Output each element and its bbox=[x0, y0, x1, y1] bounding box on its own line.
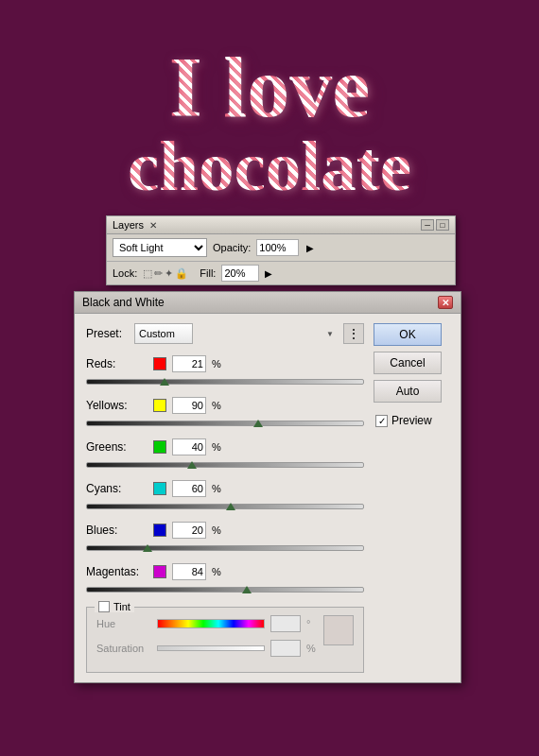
greens-header: Greens: % bbox=[86, 438, 364, 455]
layers-titlebar: Layers ✕ ─ □ bbox=[107, 216, 455, 234]
blues-track-container[interactable] bbox=[86, 541, 364, 556]
saturation-label: Saturation bbox=[96, 643, 151, 654]
reds-value-input[interactable] bbox=[172, 355, 206, 372]
tint-color-swatch[interactable] bbox=[323, 615, 354, 645]
yellows-track-container[interactable] bbox=[86, 416, 364, 431]
cyans-thumb[interactable] bbox=[226, 503, 235, 510]
reds-track bbox=[86, 379, 364, 385]
auto-button[interactable]: Auto bbox=[374, 380, 442, 403]
yellows-value-input[interactable] bbox=[172, 397, 206, 414]
tint-checkbox[interactable] bbox=[98, 601, 110, 612]
candy-text-line1: I love bbox=[169, 45, 370, 130]
yellows-track bbox=[86, 421, 364, 426]
bw-titlebar: Black and White ✕ bbox=[75, 292, 461, 314]
yellows-pct: % bbox=[212, 400, 221, 411]
saturation-unit: % bbox=[306, 643, 316, 654]
candy-text-line2: chocolate bbox=[128, 130, 411, 201]
reds-pct: % bbox=[212, 358, 221, 369]
reds-thumb[interactable] bbox=[160, 378, 169, 386]
layers-expand-btn[interactable]: ▶ bbox=[306, 243, 314, 253]
lock-checker-icon[interactable]: ⬚ bbox=[143, 267, 152, 280]
layers-panel-title: Layers bbox=[113, 219, 144, 231]
layers-blend-mode-row: Soft Light Opacity: ▶ bbox=[107, 234, 455, 262]
greens-pct: % bbox=[212, 441, 221, 453]
preset-select-wrapper: Custom bbox=[134, 323, 338, 344]
layers-fill-expand-btn[interactable]: ▶ bbox=[265, 268, 272, 279]
blues-header: Blues: % bbox=[86, 522, 364, 539]
blues-pct: % bbox=[212, 524, 221, 536]
saturation-row: Saturation % bbox=[96, 640, 316, 657]
tint-legend: Tint bbox=[95, 601, 134, 612]
magentas-pct: % bbox=[212, 566, 221, 577]
greens-thumb[interactable] bbox=[187, 461, 197, 469]
yellows-label: Yellows: bbox=[86, 399, 148, 412]
layers-opacity-input[interactable] bbox=[256, 239, 299, 256]
saturation-value-input[interactable] bbox=[270, 640, 301, 657]
hue-unit: ° bbox=[306, 618, 316, 629]
bw-close-btn[interactable]: ✕ bbox=[438, 296, 453, 309]
blues-thumb[interactable] bbox=[143, 544, 152, 552]
magentas-thumb[interactable] bbox=[242, 586, 252, 593]
layers-fill-input[interactable] bbox=[221, 265, 259, 282]
magentas-track-container[interactable] bbox=[86, 582, 364, 597]
preview-label: Preview bbox=[391, 414, 432, 427]
greens-swatch bbox=[153, 440, 166, 454]
magentas-swatch bbox=[153, 565, 166, 578]
hue-value-input[interactable] bbox=[270, 615, 301, 632]
bw-dialog: Black and White ✕ Preset: Custom ⋮ Reds: bbox=[74, 291, 461, 683]
bw-content: Preset: Custom ⋮ Reds: % bbox=[75, 314, 461, 682]
cyans-track-container[interactable] bbox=[86, 499, 364, 514]
cancel-button[interactable]: Cancel bbox=[374, 352, 442, 374]
greens-track bbox=[86, 462, 364, 468]
cyans-value-input[interactable] bbox=[172, 480, 206, 497]
layers-minimize-btn[interactable]: ─ bbox=[421, 219, 434, 231]
saturation-slider-track[interactable] bbox=[157, 645, 265, 651]
magentas-track bbox=[86, 587, 364, 593]
magentas-value-input[interactable] bbox=[172, 563, 206, 580]
magentas-slider-row: Magentas: % bbox=[86, 563, 364, 597]
yellows-header: Yellows: % bbox=[86, 397, 364, 414]
greens-label: Greens: bbox=[86, 440, 148, 454]
bw-main-area: Preset: Custom ⋮ Reds: % bbox=[86, 323, 364, 673]
greens-slider-row: Greens: % bbox=[86, 438, 364, 472]
bw-sidebar: OK Cancel Auto ✓ Preview bbox=[374, 323, 449, 673]
reds-swatch bbox=[153, 357, 166, 370]
layers-opacity-label: Opacity: bbox=[213, 242, 251, 253]
lock-all-icon[interactable]: 🔒 bbox=[175, 267, 188, 280]
preset-select[interactable]: Custom bbox=[134, 323, 193, 344]
layers-lock-label: Lock: bbox=[113, 267, 137, 279]
yellows-slider-row: Yellows: % bbox=[86, 397, 364, 431]
yellows-swatch bbox=[153, 399, 166, 412]
preset-options-btn[interactable]: ⋮ bbox=[343, 323, 364, 344]
hue-slider-track[interactable] bbox=[157, 619, 265, 628]
tint-sliders: Hue ° Saturation % bbox=[96, 615, 316, 664]
layers-close-x[interactable]: ✕ bbox=[149, 220, 157, 231]
magentas-label: Magentas: bbox=[86, 565, 148, 578]
greens-track-container[interactable] bbox=[86, 457, 364, 472]
reds-label: Reds: bbox=[86, 357, 148, 370]
layers-maximize-btn[interactable]: □ bbox=[436, 219, 449, 231]
lock-move-icon[interactable]: ✦ bbox=[165, 267, 173, 280]
yellows-thumb[interactable] bbox=[253, 420, 263, 427]
blues-label: Blues: bbox=[86, 524, 148, 537]
layers-window-controls: ─ □ bbox=[421, 219, 449, 231]
ok-button[interactable]: OK bbox=[374, 323, 442, 346]
greens-value-input[interactable] bbox=[172, 438, 206, 455]
tint-label: Tint bbox=[113, 601, 130, 612]
preset-label: Preset: bbox=[86, 327, 129, 340]
cyans-header: Cyans: % bbox=[86, 480, 364, 497]
reds-track-container[interactable] bbox=[86, 374, 364, 389]
cyans-label: Cyans: bbox=[86, 482, 148, 495]
tint-section: Tint Hue ° Saturation bbox=[86, 607, 364, 673]
blues-value-input[interactable] bbox=[172, 522, 206, 539]
layers-blend-mode-select[interactable]: Soft Light bbox=[113, 238, 207, 257]
bw-dialog-title: Black and White bbox=[82, 296, 165, 309]
reds-slider-row: Reds: % bbox=[86, 355, 364, 389]
preset-row: Preset: Custom ⋮ bbox=[86, 323, 364, 344]
preview-checkbox[interactable]: ✓ bbox=[375, 415, 388, 427]
magentas-header: Magentas: % bbox=[86, 563, 364, 580]
cyans-swatch bbox=[153, 482, 166, 495]
lock-brush-icon[interactable]: ✏ bbox=[154, 267, 163, 280]
preview-row: ✓ Preview bbox=[374, 414, 449, 427]
cyans-track bbox=[86, 504, 364, 509]
